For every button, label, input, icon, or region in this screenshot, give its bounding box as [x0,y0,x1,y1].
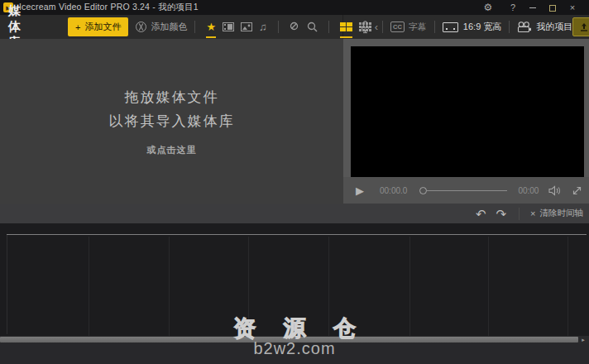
redo-icon[interactable]: ↷ [496,208,506,220]
fullscreen-icon[interactable] [572,185,582,196]
help-button[interactable]: ? [503,2,523,12]
timeline-ruler [7,234,587,235]
timeline-gridline [488,237,489,336]
timeline-gridline [89,237,89,336]
divider [194,21,195,33]
maximize-icon [549,5,556,12]
timeline-left-edge [7,235,7,334]
main-toolbar: 媒体库 + 添加文件 添加颜色 ★ ♫ [0,15,589,39]
minimize-button[interactable] [523,2,543,12]
seek-slider[interactable] [419,187,507,194]
total-time: 00:00 [518,186,539,195]
my-projects-button[interactable]: 我的项目 [517,21,572,33]
color-wheel-icon [136,22,146,32]
export-video-button[interactable]: 导出视频 [572,17,589,36]
title-bar: ▶ Icecream Video Editor PRO 3.24 - 我的项目1… [0,0,589,15]
subtitles-label: 字幕 [409,21,427,33]
view-large-grid-icon[interactable] [340,19,352,36]
drop-files-text: 拖放媒体文件 以将其导入媒体库 [109,86,235,132]
add-color-button[interactable]: 添加颜色 [136,21,187,33]
maximize-button[interactable] [543,2,563,12]
window-title: Icecream Video Editor PRO 3.24 - 我的项目1 [19,2,199,13]
clear-timeline-label: 清除时间轴 [540,208,584,219]
projector-icon [517,22,531,33]
add-file-label: 添加文件 [84,21,121,33]
drop-files-line1: 拖放媒体文件 [109,86,235,109]
divider [278,21,279,33]
app-window: ▶ Icecream Video Editor PRO 3.24 - 我的项目1… [0,0,589,364]
video-preview[interactable] [351,46,584,177]
volume-icon[interactable] [548,185,562,196]
aspect-ratio-icon [443,22,458,32]
current-time: 00:00.0 [380,186,407,195]
divider [519,208,520,220]
window-controls: ⚙ ? × [478,2,582,13]
timeline-gridline [248,237,249,336]
media-library-toolbar: 媒体库 + 添加文件 添加颜色 ★ ♫ [0,15,343,39]
divider [328,21,329,33]
divider [382,21,383,33]
clear-timeline-button[interactable]: × 清除时间轴 [530,208,583,219]
seek-handle[interactable] [419,187,427,194]
playback-controls: ▶ 00:00.0 00:00 [343,177,589,204]
minimize-icon [529,7,536,8]
divider [434,21,435,33]
plus-icon: + [75,22,80,32]
tab-video-filmstrip-icon[interactable] [223,19,234,36]
zoom-out-icon[interactable] [290,19,300,36]
microphone-icon[interactable] [358,19,371,36]
seek-track[interactable] [427,190,507,191]
preview-panel: ▶ 00:00.0 00:00 [343,39,589,204]
undo-icon[interactable]: ↶ [476,208,486,220]
preview-toolbar: CC 字幕 16:9 宽高 我的项目 导出视频 [343,15,589,39]
timeline-scrollbar[interactable]: ▸ [0,336,589,343]
close-button[interactable]: × [563,2,582,12]
subtitles-button[interactable]: CC 字幕 [390,21,427,33]
edit-bar: ↶ ↷ × 清除时间轴 [0,204,589,223]
clear-x-icon: × [530,208,535,218]
timeline-gridline [567,237,568,336]
settings-gear-icon[interactable]: ⚙ [478,2,498,13]
aspect-ratio-button[interactable]: 16:9 宽高 [443,21,501,33]
cc-icon: CC [390,22,405,32]
divider [509,21,510,33]
tab-images-icon[interactable] [241,19,252,36]
large-grid-glyph [340,22,352,31]
timeline[interactable] [0,223,589,336]
tab-audio-music-icon[interactable]: ♫ [259,19,267,36]
add-file-button[interactable]: + 添加文件 [68,17,128,36]
aspect-ratio-label: 16:9 宽高 [463,21,501,33]
drop-files-line2: 以将其导入媒体库 [109,110,235,133]
scrollbar-right-arrow-icon[interactable]: ▸ [578,336,588,343]
bottom-strip [0,343,589,364]
my-projects-label: 我的项目 [536,21,572,33]
play-button[interactable]: ▶ [356,184,364,197]
tab-favorites-star-icon[interactable]: ★ [206,19,216,36]
timeline-gridline [328,237,329,336]
click-here-hint[interactable]: 或点击这里 [147,144,197,156]
scrollbar-thumb[interactable] [0,337,578,342]
export-upload-icon [580,22,588,31]
timeline-gridline [169,237,170,336]
zoom-in-icon[interactable] [307,19,318,36]
add-color-label: 添加颜色 [151,21,187,33]
media-library-panel[interactable]: 拖放媒体文件 以将其导入媒体库 或点击这里 [0,39,343,204]
timeline-gridline [409,237,410,336]
